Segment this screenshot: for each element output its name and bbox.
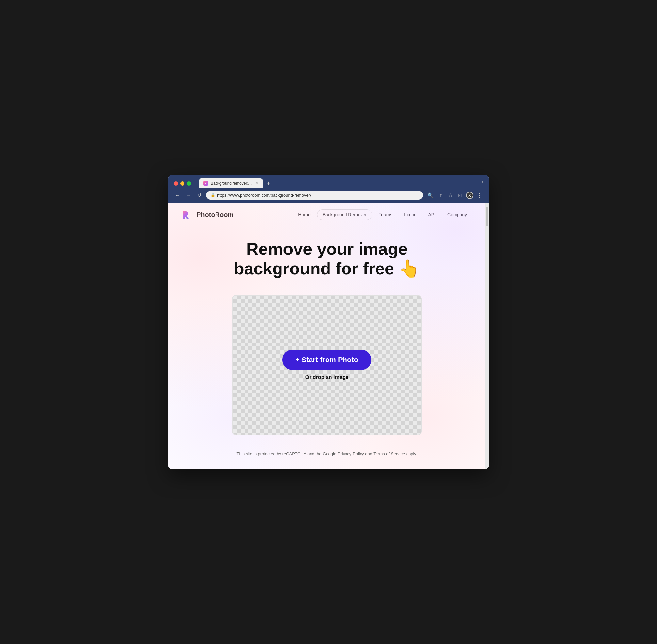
tab-bar: R Background remover: Remove × + xyxy=(199,179,479,188)
start-from-photo-button[interactable]: + Start from Photo xyxy=(282,350,372,370)
address-bar[interactable]: 🔒 https://www.photoroom.com/background-r… xyxy=(206,191,423,200)
bookmark-icon-button[interactable]: ☆ xyxy=(447,191,454,200)
forward-button[interactable]: → xyxy=(185,191,193,199)
new-tab-button[interactable]: + xyxy=(264,179,273,188)
tab-title: Background remover: Remove xyxy=(211,181,253,186)
nav-links: Home Background Remover Teams Log in API… xyxy=(293,209,472,220)
page-inner: PhotoRoom Home Background Remover Teams … xyxy=(169,203,485,469)
footer-text-middle: and xyxy=(364,452,374,456)
hero-section: Remove your image background for free 👆 xyxy=(169,226,485,289)
share-icon-button[interactable]: ⬆ xyxy=(438,191,444,200)
nav-home[interactable]: Home xyxy=(293,210,315,220)
drop-text: Or drop an image xyxy=(305,374,348,381)
hero-title-line2: background for free 👆 xyxy=(234,259,420,278)
tab-close-icon[interactable]: × xyxy=(256,181,258,186)
nav-bar: PhotoRoom Home Background Remover Teams … xyxy=(169,203,485,226)
upload-content: + Start from Photo Or drop an image xyxy=(282,350,372,381)
scrollbar-track[interactable] xyxy=(485,203,488,469)
titlebar: R Background remover: Remove × + › xyxy=(169,175,488,188)
traffic-lights xyxy=(174,181,191,186)
back-button[interactable]: ← xyxy=(174,191,181,199)
lock-icon: 🔒 xyxy=(211,193,215,198)
hero-title-line1: Remove your image xyxy=(246,239,408,258)
url-text: https://www.photoroom.com/background-rem… xyxy=(217,193,418,198)
nav-api[interactable]: API xyxy=(423,210,441,220)
hero-title: Remove your image background for free 👆 xyxy=(181,239,472,279)
logo-container[interactable]: PhotoRoom xyxy=(181,209,234,221)
footer-text-before: This site is protected by reCAPTCHA and … xyxy=(236,452,337,456)
search-icon-button[interactable]: 🔍 xyxy=(426,191,435,200)
close-button[interactable] xyxy=(174,181,178,186)
active-tab[interactable]: R Background remover: Remove × xyxy=(199,179,263,188)
browser-toolbar: ← → ↺ 🔒 https://www.photoroom.com/backgr… xyxy=(169,188,488,203)
profile-button[interactable]: X xyxy=(466,192,473,199)
page-with-scroll: PhotoRoom Home Background Remover Teams … xyxy=(169,203,488,469)
page-content: PhotoRoom Home Background Remover Teams … xyxy=(169,203,488,469)
footer-text-after: apply. xyxy=(405,452,417,456)
window-chevron: › xyxy=(482,179,483,188)
browser-chrome: R Background remover: Remove × + › ← → ↺… xyxy=(169,175,488,203)
tab-favicon: R xyxy=(203,181,208,186)
sidebar-icon-button[interactable]: ⊡ xyxy=(457,191,463,200)
upload-area[interactable]: + Start from Photo Or drop an image xyxy=(232,295,421,435)
nav-company[interactable]: Company xyxy=(442,210,472,220)
more-options-button[interactable]: ⋮ xyxy=(476,191,483,200)
nav-login[interactable]: Log in xyxy=(399,210,421,220)
privacy-policy-link[interactable]: Privacy Policy xyxy=(338,452,364,456)
reload-button[interactable]: ↺ xyxy=(196,191,203,199)
footer-text: This site is protected by reCAPTCHA and … xyxy=(169,442,485,469)
logo-text: PhotoRoom xyxy=(197,211,234,218)
terms-of-service-link[interactable]: Terms of Service xyxy=(373,452,405,456)
fullscreen-button[interactable] xyxy=(187,181,191,186)
minimize-button[interactable] xyxy=(180,181,184,186)
scrollbar-thumb[interactable] xyxy=(486,207,488,226)
logo-icon xyxy=(181,209,193,221)
toolbar-actions: 🔍 ⬆ ☆ ⊡ X ⋮ xyxy=(426,191,483,200)
browser-window: R Background remover: Remove × + › ← → ↺… xyxy=(169,175,488,469)
nav-teams[interactable]: Teams xyxy=(374,210,397,220)
nav-background-remover[interactable]: Background Remover xyxy=(317,209,372,220)
